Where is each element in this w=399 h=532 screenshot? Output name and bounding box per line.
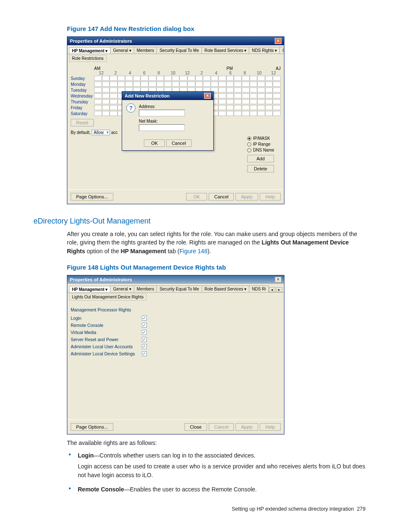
radio-ipmask[interactable]: IP/MASK (247, 136, 281, 141)
tab-nds-rights[interactable]: NDS Rights ▾ (249, 47, 280, 54)
tab-hp-management[interactable]: HP Management ▾ (69, 47, 110, 54)
rights-row: Login✓ (71, 316, 281, 321)
close-icon[interactable]: × (275, 277, 281, 283)
tab-members[interactable]: Members (134, 285, 157, 292)
cancel-button[interactable]: Cancel (209, 193, 234, 200)
rights-row: Virtual Media✓ (71, 330, 281, 335)
close-button[interactable]: Close (184, 423, 207, 431)
aj-label: AJ (275, 66, 281, 71)
radio-label: IP Range (253, 142, 271, 146)
inner-titlebar: Add New Restriction × (122, 92, 213, 100)
address-input[interactable] (139, 110, 185, 116)
hour-label: 12 (94, 71, 108, 75)
tab-nds-rights[interactable]: NDS Ri (249, 285, 269, 292)
default-prefix: By default, (71, 130, 90, 135)
close-icon[interactable]: × (204, 93, 211, 99)
radio-dnsname[interactable]: DNS Name (247, 148, 281, 152)
radio-iprange[interactable]: IP Range (247, 142, 281, 146)
tab-role-based-services[interactable]: Role Based Services ▾ (202, 285, 250, 292)
text: ). (207, 248, 211, 254)
ok-button[interactable]: OK (144, 139, 165, 147)
text: tab ( (166, 248, 179, 254)
page-options-button[interactable]: Page Options... (71, 423, 113, 431)
hour-label: 6 (223, 71, 238, 75)
right-label: Remote Console (71, 323, 142, 328)
hour-label: 8 (238, 71, 252, 75)
hour-label: 12 (266, 71, 281, 75)
tab-general[interactable]: General ▾ (110, 47, 134, 54)
hour-label: 8 (151, 71, 166, 75)
rights-heading: Management Processor Rights (71, 307, 281, 312)
day-row: Sunday (71, 75, 281, 81)
hour-label: 2 (108, 71, 123, 75)
right-label: Administer Local User Accounts (71, 344, 142, 349)
tab-scroll-left-icon[interactable]: ◂ (269, 287, 275, 292)
right-checkbox[interactable]: ✓ (142, 344, 147, 349)
right-label: Administer Local Device Settings (71, 351, 142, 356)
day-cells[interactable] (94, 82, 281, 87)
tab-general[interactable]: General ▾ (110, 285, 134, 292)
reset-button[interactable]: Reset (71, 119, 94, 126)
pm-label: PM (184, 66, 275, 71)
tab-label: HP Management (72, 287, 105, 292)
apply-button[interactable]: Apply (235, 193, 258, 200)
right-checkbox[interactable]: ✓ (142, 330, 147, 335)
ok-button[interactable]: OK (186, 193, 207, 200)
page-options-button[interactable]: Page Options... (71, 193, 113, 200)
dialog-title: Properties of Administrators (70, 39, 132, 44)
default-select[interactable]: Allow (92, 130, 110, 135)
day-label: Saturday (71, 111, 94, 116)
default-suffix: acc (111, 130, 118, 135)
list-item: Login—Controls whether users can log in … (75, 451, 366, 479)
hour-label: 10 (166, 71, 180, 75)
cancel-button[interactable]: Cancel (166, 139, 191, 147)
right-desc: —Controls whether users can log in to th… (94, 452, 256, 459)
right-checkbox[interactable]: ✓ (142, 351, 147, 356)
hour-label: 6 (137, 71, 151, 75)
apply-button[interactable]: Apply (235, 423, 258, 431)
figure-148-dialog: Properties of Administrators × HP Manage… (67, 275, 284, 434)
day-label: Tuesday (71, 88, 94, 93)
rights-row: Server Reset and Power✓ (71, 337, 281, 342)
netmask-input[interactable] (139, 124, 185, 131)
rights-bullet-list: Login—Controls whether users can log in … (75, 451, 366, 493)
tab-role-based-services[interactable]: Role Based Services ▾ (202, 47, 250, 54)
page-number: 279 (357, 506, 366, 512)
tab-other[interactable]: Other (279, 47, 284, 54)
cancel-button[interactable]: Cancel (209, 423, 234, 431)
radio-label: DNS Name (253, 148, 274, 152)
right-desc: —Enables the user to access the Remote C… (124, 486, 257, 493)
figure-148-caption: Figure 148 Lights Out Management Device … (67, 264, 366, 271)
hour-label: 4 (123, 71, 137, 75)
right-checkbox[interactable]: ✓ (142, 323, 147, 328)
help-button[interactable]: Help (260, 423, 281, 431)
right-checkbox[interactable]: ✓ (142, 316, 147, 321)
right-checkbox[interactable]: ✓ (142, 337, 147, 342)
subtab-device-rights[interactable]: Lights Out Management Device Rights (69, 293, 146, 301)
restriction-type-panel: IP/MASK IP Range DNS Name Add Delete (247, 135, 281, 172)
figure-147-caption: Figure 147 Add New Restriction dialog bo… (67, 25, 366, 32)
dialog-titlebar: Properties of Administrators × (67, 37, 284, 45)
subtab-role-restrictions[interactable]: Role Restrictions (69, 55, 107, 62)
tab-security-equal[interactable]: Security Equal To Me (156, 47, 202, 54)
tab-hp-management[interactable]: HP Management ▾ (69, 286, 110, 293)
tab-bar: HP Management ▾ General ▾ Members Securi… (67, 284, 284, 293)
day-row: Monday (71, 81, 281, 87)
tab-security-equal[interactable]: Security Equal To Me (156, 285, 202, 292)
text-strong: HP Management (120, 248, 166, 254)
day-label: Sunday (71, 76, 94, 81)
right-label: Login (71, 316, 142, 321)
delete-button[interactable]: Delete (247, 165, 274, 172)
add-button[interactable]: Add (247, 155, 274, 162)
figure-148-link[interactable]: Figure 148 (179, 248, 207, 254)
right-name: Login (78, 452, 94, 459)
day-cells[interactable] (94, 76, 281, 81)
close-icon[interactable]: × (275, 38, 281, 44)
tab-members[interactable]: Members (134, 47, 157, 54)
help-button[interactable]: Help (260, 193, 281, 200)
tab-scroll-right-icon[interactable]: ▸ (276, 287, 282, 292)
right-subdesc: Login access can be used to create a use… (78, 462, 366, 479)
tab-bar: HP Management ▾ General ▾ Members Securi… (67, 45, 284, 54)
paragraph-1: After you create a role, you can select … (67, 230, 366, 255)
hours-row: 12 2 4 6 8 10 12 2 4 6 8 10 12 (71, 71, 281, 75)
